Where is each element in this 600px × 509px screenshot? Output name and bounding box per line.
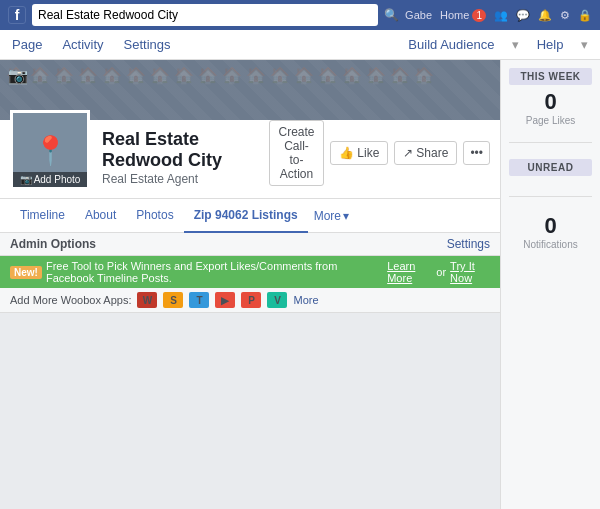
apps-more-link[interactable]: More <box>293 294 318 306</box>
this-week-heading: THIS WEEK <box>509 68 592 85</box>
more-button[interactable]: ••• <box>463 141 490 165</box>
cover-icon: 🏠 <box>342 66 362 114</box>
learn-more-link[interactable]: Learn More <box>387 260 432 284</box>
cover-icon: 🏠 <box>414 66 434 114</box>
camera-icon: 📷 <box>20 174 32 185</box>
right-sidebar: THIS WEEK 0 Page Likes UNREAD 0 Notifica… <box>500 60 600 509</box>
lock-icon[interactable]: 🔒 <box>578 9 592 22</box>
new-badge: New! <box>10 266 42 279</box>
create-cta-button[interactable]: Create Call-to-Action <box>269 120 325 186</box>
cover-icon: 🏠 <box>270 66 290 114</box>
cover-icon: 🏠 <box>390 66 410 114</box>
cover-icon: 🏠 <box>198 66 218 114</box>
unread-heading: UNREAD <box>509 159 592 176</box>
cover-icon: 🏠 <box>150 66 170 114</box>
woobox-separator: or <box>436 266 446 278</box>
profile-pin-icon: 📍 <box>33 134 68 167</box>
home-count: 1 <box>472 9 486 22</box>
chevron-down-icon: ▾ <box>343 209 349 223</box>
notifications-label: Notifications <box>509 239 592 250</box>
friends-icon[interactable]: 👥 <box>494 9 508 22</box>
cover-icon: 🏠 <box>246 66 266 114</box>
tab-about[interactable]: About <box>75 199 126 233</box>
tab-more[interactable]: More ▾ <box>308 201 355 231</box>
cover-icon: 🏠 <box>222 66 242 114</box>
top-right-nav: Gabe Home 1 👥 💬 🔔 ⚙ 🔒 <box>405 9 592 22</box>
cover-icon: 🏠 <box>102 66 122 114</box>
top-bar: f 🔍 Gabe Home 1 👥 💬 🔔 ⚙ 🔒 <box>0 0 600 30</box>
admin-bar: Admin Options Settings <box>0 233 500 256</box>
woobox-message: Free Tool to Pick Winners and Export Lik… <box>46 260 383 284</box>
app-icon-pinterest[interactable]: P <box>241 292 261 308</box>
app-icon-4[interactable]: ▶ <box>215 292 235 308</box>
cover-icon: 🏠 <box>54 66 74 114</box>
cover-icon: 🏠 <box>126 66 146 114</box>
app-icon-5[interactable]: V <box>267 292 287 308</box>
apps-row: Add More Woobox Apps: W S T ▶ P V More <box>0 288 500 313</box>
nav-bar: Page Activity Settings Build Audience ▾ … <box>0 30 600 60</box>
main-content: 🏠 🏠 🏠 🏠 🏠 🏠 🏠 🏠 🏠 🏠 🏠 🏠 🏠 🏠 🏠 🏠 🏠 🏠 <box>0 60 500 509</box>
app-icon-3[interactable]: T <box>189 292 209 308</box>
app-icon-2[interactable]: S <box>163 292 183 308</box>
notifications-section: 0 Notifications <box>509 213 592 250</box>
profile-info: Real Estate Redwood City Real Estate Age… <box>102 129 269 190</box>
unread-section: UNREAD <box>509 159 592 180</box>
apps-row-label: Add More Woobox Apps: <box>10 294 131 306</box>
search-input[interactable] <box>32 4 378 26</box>
cover-icon: 🏠 <box>78 66 98 114</box>
page-likes-count: 0 <box>509 89 592 115</box>
nav-page[interactable]: Page <box>10 31 44 58</box>
messages-icon[interactable]: 💬 <box>516 9 530 22</box>
nav-activity[interactable]: Activity <box>60 31 105 58</box>
notifications-icon[interactable]: 🔔 <box>538 9 552 22</box>
app-icon-1[interactable]: W <box>137 292 157 308</box>
thumbs-up-icon: 👍 <box>339 146 354 160</box>
profile-actions: Create Call-to-Action 👍 Like ↗ Share ••• <box>269 120 490 190</box>
this-week-section: THIS WEEK 0 Page Likes <box>509 68 592 126</box>
notifications-count: 0 <box>509 213 592 239</box>
home-link[interactable]: Home 1 <box>440 9 486 21</box>
nav-right: Build Audience ▾ Help ▾ <box>396 37 590 52</box>
admin-settings-link[interactable]: Settings <box>447 237 490 251</box>
cover-icon: 🏠 <box>318 66 338 114</box>
woobox-banner: New! Free Tool to Pick Winners and Expor… <box>0 256 500 288</box>
share-button[interactable]: ↗ Share <box>394 141 457 165</box>
add-photo-button[interactable]: 📷 Add Photo <box>13 172 87 187</box>
page-likes-label: Page Likes <box>509 115 592 126</box>
cover-icon: 🏠 <box>30 66 50 114</box>
nav-settings[interactable]: Settings <box>122 31 173 58</box>
tab-photos[interactable]: Photos <box>126 199 183 233</box>
cover-icon: 🏠 <box>174 66 194 114</box>
tabs-bar: Timeline About Photos Zip 94062 Listings… <box>0 199 500 233</box>
build-audience-link[interactable]: Build Audience <box>406 31 496 58</box>
content-wrapper: 🏠 🏠 🏠 🏠 🏠 🏠 🏠 🏠 🏠 🏠 🏠 🏠 🏠 🏠 🏠 🏠 🏠 🏠 <box>0 60 600 509</box>
search-button[interactable]: 🔍 <box>384 8 399 22</box>
facebook-logo: f <box>8 6 26 24</box>
cover-camera-icon[interactable]: 📷 <box>8 66 28 85</box>
help-link[interactable]: Help <box>535 31 566 58</box>
share-icon: ↗ <box>403 146 413 160</box>
sidebar-divider-1 <box>509 142 592 143</box>
user-profile-link[interactable]: Gabe <box>405 9 432 21</box>
profile-subtitle: Real Estate Agent <box>102 172 269 186</box>
cover-icon: 🏠 <box>366 66 386 114</box>
tab-timeline[interactable]: Timeline <box>10 199 75 233</box>
try-now-link[interactable]: Try It Now <box>450 260 490 284</box>
profile-section: 📍 📷 Add Photo Real Estate Redwood City R… <box>0 120 500 199</box>
profile-picture: 📍 📷 Add Photo <box>10 110 90 190</box>
cover-icon: 🏠 <box>294 66 314 114</box>
sidebar-divider-2 <box>509 196 592 197</box>
tab-zip-listings[interactable]: Zip 94062 Listings <box>184 199 308 233</box>
settings-icon[interactable]: ⚙ <box>560 9 570 22</box>
like-button[interactable]: 👍 Like <box>330 141 388 165</box>
profile-name: Real Estate Redwood City <box>102 129 269 172</box>
admin-options-label: Admin Options <box>10 237 96 251</box>
